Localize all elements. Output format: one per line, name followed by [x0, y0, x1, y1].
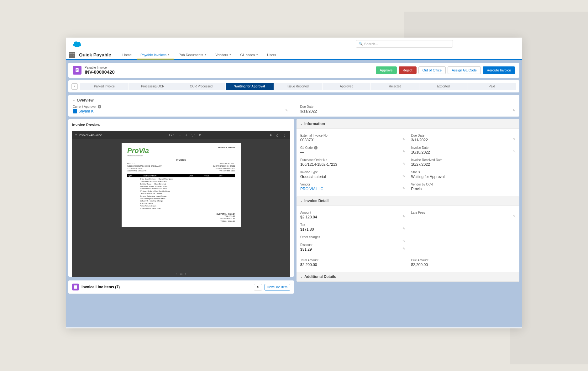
chevron-down-icon: ⌄	[300, 122, 303, 125]
information-card: ⌄Information External Invoice No0038791✎…	[297, 119, 519, 282]
chevron-down-icon: ▼	[167, 53, 170, 56]
pdf-zoom-in-icon[interactable]: +	[184, 133, 188, 138]
edit-icon[interactable]: ✎	[513, 150, 516, 153]
nav-tab-pub-documents[interactable]: Pub Documents▼	[175, 51, 210, 59]
global-search[interactable]: 🔍 Search...	[356, 40, 453, 48]
line-items-icon	[72, 284, 79, 290]
edit-icon[interactable]: ✎	[402, 227, 405, 230]
edit-icon[interactable]: ✎	[402, 186, 405, 190]
edit-icon[interactable]: ✎	[402, 247, 405, 250]
record-type: Payable Invoice	[85, 66, 373, 69]
chevron-down-icon: ▼	[204, 53, 207, 56]
invoice-preview-card: Invoice Preview ≡ invoice24invoice 1 / 1…	[68, 119, 294, 277]
navigation-bar: Quick Payable Home Payable Invoices▼ Pub…	[66, 50, 522, 60]
refresh-button[interactable]: ↻	[254, 284, 262, 290]
record-header: Payable Invoice INV-00000420 Approve Rej…	[68, 63, 519, 78]
overview-toggle[interactable]: ⌄Overview	[73, 98, 515, 102]
edit-icon[interactable]: ✎	[402, 174, 405, 178]
app-name: Quick Payable	[79, 52, 111, 57]
line-items-card: Invoice Line Items (7) ↻ New Line Item	[68, 280, 294, 294]
path-expand-button[interactable]: ›	[71, 83, 78, 90]
pdf-thumb-icon[interactable]: ▭	[180, 272, 183, 275]
edit-icon[interactable]: ✎	[285, 109, 288, 112]
pdf-rotate-icon[interactable]: ⟳	[198, 133, 203, 138]
field-due-date: Due Date 3/11/2022 ✎	[300, 105, 515, 113]
path-stage[interactable]: Exported	[419, 83, 468, 90]
nav-tab-payable-invoices[interactable]: Payable Invoices▼	[137, 51, 174, 60]
page-content: Payable Invoice INV-00000420 Approve Rej…	[66, 60, 522, 327]
edit-icon[interactable]: ✎	[402, 162, 405, 165]
out-of-office-button[interactable]: Out of Office	[418, 66, 446, 74]
overview-section: ⌄Overview Current Approveri Shyam K ✎ Du…	[68, 95, 519, 117]
pdf-table-header: QTYDESCRIPTIONUNITPRICEEXT	[127, 174, 235, 177]
svg-rect-4	[74, 285, 77, 289]
pdf-filename: invoice24invoice	[79, 133, 102, 137]
vendor-link[interactable]: PRO VIA LLC	[300, 187, 405, 191]
edit-icon[interactable]: ✎	[512, 109, 515, 112]
preview-title: Invoice Preview	[68, 119, 294, 131]
path-stage[interactable]: Processing OCR	[129, 83, 177, 90]
info-icon[interactable]: i	[98, 105, 101, 108]
pdf-more-icon[interactable]: ⋮	[281, 133, 287, 138]
pdf-next-icon[interactable]: ›	[185, 272, 186, 275]
path-stages: › Parked Invoice Processing OCR OCR Proc…	[68, 80, 519, 92]
pdf-prev-icon[interactable]: ‹	[176, 272, 177, 275]
global-header: 🔍 Search...	[66, 38, 522, 50]
invoice-detail-toggle[interactable]: ⌄Invoice Detail	[297, 196, 519, 206]
app-launcher-icon[interactable]	[69, 52, 75, 58]
path-stage[interactable]: Issue Reported	[274, 83, 323, 90]
edit-icon[interactable]: ✎	[402, 138, 405, 141]
pdf-document: ProVia The Professional Way INVOICE # 00…	[122, 143, 241, 227]
search-icon: 🔍	[359, 42, 363, 46]
svg-rect-0	[76, 68, 78, 72]
vendor-logo: ProVia	[127, 147, 149, 155]
path-stage[interactable]: Approved	[323, 83, 371, 90]
reroute-invoice-button[interactable]: Reroute Invoice	[483, 66, 515, 74]
nav-tab-vendors[interactable]: Vendors▼	[212, 51, 235, 59]
additional-details-toggle[interactable]: ⌄Additional Details	[297, 272, 519, 282]
pdf-page[interactable]: ProVia The Professional Way INVOICE # 00…	[72, 139, 290, 271]
edit-icon[interactable]: ✎	[402, 150, 405, 153]
pdf-fit-icon[interactable]: ⛶	[190, 133, 196, 138]
reject-button[interactable]: Reject	[399, 66, 417, 74]
path-stage[interactable]: Parked Invoice	[80, 83, 129, 90]
nav-tab-gl-codes[interactable]: GL codes▼	[236, 51, 262, 59]
approve-button[interactable]: Approve	[376, 66, 397, 74]
edit-icon[interactable]: ✎	[513, 215, 516, 218]
line-items-title[interactable]: Invoice Line Items (7)	[81, 285, 251, 289]
path-stage[interactable]: Rejected	[371, 83, 419, 90]
nav-tab-users[interactable]: Users	[263, 51, 280, 59]
salesforce-logo-icon	[72, 40, 82, 47]
chevron-down-icon: ▼	[229, 53, 232, 56]
new-line-item-button[interactable]: New Line Item	[265, 284, 290, 290]
chevron-down-icon: ⌄	[300, 199, 303, 202]
pdf-toolbar: ≡ invoice24invoice 1 / 1 − + ⛶ ⟳ ⬇ ⎙ ⋮	[72, 131, 290, 139]
application-window: 🔍 Search... Quick Payable Home Payable I…	[66, 38, 522, 328]
pdf-print-icon[interactable]: ⎙	[275, 133, 280, 138]
chevron-down-icon: ⌄	[73, 99, 75, 102]
edit-icon[interactable]: ✎	[402, 215, 405, 218]
chevron-down-icon: ▼	[256, 53, 258, 56]
path-stage[interactable]: OCR Processed	[177, 83, 226, 90]
field-current-approver: Current Approveri Shyam K ✎	[73, 105, 288, 113]
path-stage[interactable]: Paid	[468, 83, 517, 90]
invoice-icon	[73, 66, 81, 75]
pdf-viewer: ≡ invoice24invoice 1 / 1 − + ⛶ ⟳ ⬇ ⎙ ⋮	[72, 131, 290, 277]
user-icon	[73, 109, 77, 113]
pdf-footer: ‹ ▭ ›	[72, 271, 290, 277]
nav-tab-home[interactable]: Home	[119, 51, 135, 59]
svg-rect-3	[76, 71, 77, 71]
assign-gl-code-button[interactable]: Assign GL Code	[448, 66, 481, 74]
pdf-menu-icon[interactable]: ≡	[75, 133, 77, 137]
information-toggle[interactable]: ⌄Information	[297, 119, 519, 129]
edit-icon[interactable]: ✎	[402, 239, 405, 243]
path-stage-current[interactable]: Waiting for Approval	[226, 83, 274, 90]
svg-rect-2	[76, 70, 78, 70]
pdf-download-icon[interactable]: ⬇	[268, 133, 273, 138]
record-title: INV-00000420	[85, 69, 373, 75]
edit-icon[interactable]: ✎	[513, 138, 516, 141]
info-icon[interactable]: i	[314, 146, 318, 149]
pdf-zoom-out-icon[interactable]: −	[178, 133, 182, 138]
approver-link[interactable]: Shyam K	[78, 109, 94, 113]
chevron-down-icon: ⌄	[300, 275, 303, 278]
